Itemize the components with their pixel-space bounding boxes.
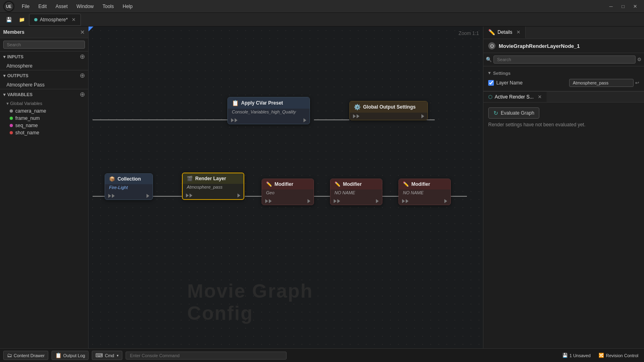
node-modifier-geo[interactable]: ✏️ Modifier Geo: [262, 179, 314, 205]
evaluate-icon: ↻: [493, 110, 498, 116]
menu-asset[interactable]: Asset: [52, 2, 72, 11]
unsaved-badge[interactable]: 💾 1 Unsaved: [560, 352, 593, 359]
atmosphere-tab[interactable]: Atmosphere* ✕: [29, 14, 81, 26]
node-modifier-noname1-title: Modifier: [343, 181, 362, 187]
outputs-add-button[interactable]: ⊕: [80, 72, 85, 79]
node-modifier-geo-subtitle: Geo: [262, 189, 314, 197]
var-seq-name[interactable]: seq_name: [3, 122, 88, 129]
node-render-layer-header: 🎬 Render Layer: [183, 173, 244, 184]
sidebar-item-atmosphere[interactable]: Atmosphere: [0, 62, 88, 70]
var-frame-num[interactable]: frame_num: [3, 115, 88, 122]
node-render-layer[interactable]: 🎬 Render Layer Atmosphere_pass: [182, 173, 244, 200]
conn-mn1-in1: [334, 199, 336, 203]
menu-file[interactable]: File: [18, 2, 33, 11]
outputs-section-header[interactable]: ▾ OUTPUTS ⊕: [0, 70, 88, 81]
sidebar-title: Members: [3, 29, 25, 35]
revision-label: Revision Control: [606, 353, 638, 358]
conn-rl-in2: [190, 193, 192, 197]
tab-close-icon[interactable]: ✕: [72, 17, 76, 23]
evaluate-button-label: Evaluate Graph: [501, 110, 534, 116]
output-log-button[interactable]: 📋 Output Log: [52, 351, 89, 360]
node-modifier-noname1[interactable]: ✏️ Modifier NO NAME: [330, 179, 382, 205]
conn-mn1-out: [376, 199, 379, 203]
inputs-add-button[interactable]: ⊕: [80, 53, 85, 60]
layer-name-input[interactable]: [569, 79, 634, 87]
svg-text:UE: UE: [6, 4, 12, 9]
node-global-output[interactable]: ⚙️ Global Output Settings: [349, 101, 428, 120]
conn-mn2-in1: [402, 199, 405, 203]
conn-in-tri1: [231, 118, 234, 122]
menu-tools[interactable]: Tools: [99, 2, 118, 11]
sidebar-item-atmosphere-pass[interactable]: Atmosphere Pass: [0, 81, 88, 89]
node-modifier-noname1-header: ✏️ Modifier: [330, 179, 382, 189]
conn-out-tri: [303, 118, 306, 122]
conn-coll-in2: [112, 194, 115, 198]
conn-rl-out: [237, 193, 240, 197]
variables-section: ▾ VARIABLES ⊕ ▾ Global Variables camera_…: [0, 89, 88, 136]
menu-window[interactable]: Window: [72, 2, 98, 11]
settings-section-label: Settings: [493, 71, 510, 76]
conn-global-in1: [353, 114, 356, 118]
menu-bar: File Edit Asset Window Tools Help: [18, 2, 605, 11]
details-tab[interactable]: ✏️ Details ✕: [483, 27, 526, 39]
variables-add-button[interactable]: ⊕: [80, 91, 85, 98]
render-tab-close[interactable]: ✕: [538, 94, 542, 100]
cmd-label: Cmd: [105, 353, 114, 358]
details-tab-close[interactable]: ✕: [516, 29, 520, 35]
node-modifier-geo-title: Modifier: [275, 181, 293, 187]
node-collection-header: 📦 Collection: [105, 174, 153, 184]
node-collection-title: Collection: [118, 176, 141, 182]
menu-edit[interactable]: Edit: [34, 2, 51, 11]
corner-mark: [89, 27, 93, 31]
sidebar-search-input[interactable]: [3, 41, 85, 49]
statusbar-right: 💾 1 Unsaved 🔀 Revision Control: [560, 352, 641, 359]
console-command-input[interactable]: [126, 352, 287, 360]
node-graph-canvas[interactable]: Zoom 1:1 Movie Graph Config: [89, 27, 483, 348]
conn-mg-in2: [269, 199, 272, 203]
sidebar-close-button[interactable]: ✕: [80, 29, 85, 35]
maximize-button[interactable]: □: [617, 1, 629, 12]
node-global-output-title: Global Output Settings: [363, 104, 416, 110]
details-icon: ✏️: [488, 29, 495, 35]
conn-coll-in1: [108, 194, 111, 198]
node-collection[interactable]: 📦 Collection Fire-Light: [105, 173, 153, 200]
conn-mg-in1: [265, 199, 268, 203]
minimize-button[interactable]: ─: [605, 1, 617, 12]
node-modifier-noname2[interactable]: ✏️ Modifier NO NAME: [398, 179, 451, 205]
layer-name-label-group: Layer Name: [488, 80, 522, 86]
node-apply-cvar-subtitle: Console_Variables_high_Quality: [228, 109, 310, 117]
evaluate-graph-button[interactable]: ↻ Evaluate Graph: [488, 107, 539, 119]
revision-icon: 🔀: [599, 353, 604, 358]
layer-name-reset-icon[interactable]: ↩: [635, 80, 639, 86]
layer-name-checkbox[interactable]: [488, 80, 494, 86]
save-icon[interactable]: 💾: [3, 14, 14, 25]
canvas-watermark: Movie Graph Config: [187, 280, 384, 324]
var-dot-shot: [10, 131, 13, 134]
close-button[interactable]: ✕: [630, 1, 641, 12]
render-tab[interactable]: ⬡ Active Render S... ✕: [483, 92, 547, 102]
details-gear-icon[interactable]: ⚙: [637, 57, 642, 62]
outputs-label: ▾ OUTPUTS: [3, 73, 29, 78]
revision-control-badge[interactable]: 🔀 Revision Control: [596, 352, 641, 359]
variables-section-header[interactable]: ▾ VARIABLES ⊕: [0, 89, 88, 100]
node-render-layer-title: Render Layer: [195, 176, 226, 181]
settings-section-header[interactable]: ▾ Settings: [483, 69, 644, 77]
tabbar: 💾 📁 Atmosphere* ✕: [0, 13, 644, 27]
var-label-seq: seq_name: [15, 123, 38, 128]
save2-icon[interactable]: 📁: [16, 14, 27, 25]
var-dot-frame: [10, 117, 13, 120]
node-apply-cvar[interactable]: 📋 Apply CVar Preset Console_Variables_hi…: [227, 97, 310, 124]
sidebar-search-box: [0, 38, 88, 51]
var-camera-name[interactable]: camera_name: [3, 107, 88, 115]
var-dot-camera: [10, 109, 13, 113]
content-drawer-button[interactable]: 🗂 Content Drawer: [3, 351, 48, 360]
global-variables-label: ▾ Global Variables: [3, 100, 88, 107]
details-node-icon: ⬡: [488, 42, 495, 49]
cmd-button[interactable]: ⌨ Cmd ▾: [92, 351, 122, 360]
details-search-input[interactable]: [493, 56, 636, 64]
inputs-section-header[interactable]: ▾ INPUTS ⊕: [0, 51, 88, 62]
menu-help[interactable]: Help: [119, 2, 137, 11]
node-collection-subtitle: Fire-Light: [105, 184, 153, 192]
render-tab-label: Active Render S...: [495, 94, 534, 100]
var-shot-name[interactable]: shot_name: [3, 129, 88, 136]
